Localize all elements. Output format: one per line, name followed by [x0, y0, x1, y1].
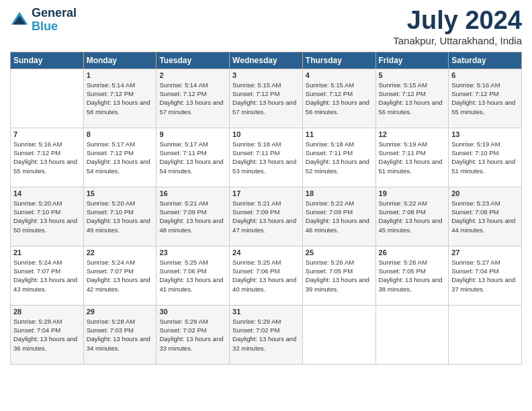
day-number: 31 [232, 308, 300, 316]
day-info: Sunrise: 5:18 AMSunset: 7:11 PMDaylight:… [232, 140, 300, 175]
calendar-week-4: 21Sunrise: 5:24 AMSunset: 7:07 PMDayligh… [11, 246, 522, 305]
day-info: Sunrise: 5:29 AMSunset: 7:02 PMDaylight:… [159, 317, 226, 353]
day-number: 10 [232, 130, 300, 138]
logo-icon [10, 11, 29, 30]
column-header-wednesday: Wednesday [230, 52, 303, 68]
day-info: Sunrise: 5:22 AMSunset: 7:08 PMDaylight:… [379, 199, 446, 234]
calendar-cell: 16Sunrise: 5:21 AMSunset: 7:09 PMDayligh… [157, 187, 230, 246]
day-number: 11 [306, 130, 373, 138]
calendar-cell [302, 305, 375, 364]
calendar-cell: 12Sunrise: 5:19 AMSunset: 7:11 PMDayligh… [375, 128, 449, 187]
calendar-week-1: 1Sunrise: 5:14 AMSunset: 7:12 PMDaylight… [11, 68, 522, 128]
calendar-week-2: 7Sunrise: 5:16 AMSunset: 7:12 PMDaylight… [11, 128, 522, 187]
calendar-cell: 27Sunrise: 5:27 AMSunset: 7:04 PMDayligh… [449, 246, 522, 305]
day-number: 24 [232, 248, 300, 257]
day-number: 3 [232, 71, 300, 79]
calendar-cell: 18Sunrise: 5:22 AMSunset: 7:09 PMDayligh… [302, 187, 375, 246]
calendar-cell: 11Sunrise: 5:18 AMSunset: 7:11 PMDayligh… [302, 128, 375, 187]
day-info: Sunrise: 5:28 AMSunset: 7:03 PMDaylight:… [87, 317, 154, 353]
column-header-saturday: Saturday [449, 52, 522, 68]
page-header: General Blue July 2024 Tanakpur, Uttarak… [10, 7, 522, 46]
day-number: 26 [379, 248, 446, 257]
day-info: Sunrise: 5:20 AMSunset: 7:10 PMDaylight:… [13, 199, 81, 234]
day-info: Sunrise: 5:25 AMSunset: 7:06 PMDaylight:… [232, 258, 300, 293]
day-number: 22 [87, 248, 154, 257]
day-number: 6 [451, 71, 519, 79]
day-info: Sunrise: 5:25 AMSunset: 7:06 PMDaylight:… [159, 258, 226, 293]
day-info: Sunrise: 5:20 AMSunset: 7:10 PMDaylight:… [87, 199, 154, 234]
day-info: Sunrise: 5:29 AMSunset: 7:02 PMDaylight:… [232, 317, 300, 353]
column-header-sunday: Sunday [11, 52, 84, 68]
day-number: 4 [306, 71, 373, 79]
day-info: Sunrise: 5:16 AMSunset: 7:12 PMDaylight:… [13, 140, 81, 175]
calendar-cell: 31Sunrise: 5:29 AMSunset: 7:02 PMDayligh… [230, 305, 303, 364]
month-title: July 2024 [393, 7, 522, 35]
day-number: 12 [379, 130, 446, 138]
day-info: Sunrise: 5:19 AMSunset: 7:11 PMDaylight:… [379, 140, 446, 175]
day-number: 13 [451, 130, 519, 138]
day-info: Sunrise: 5:28 AMSunset: 7:04 PMDaylight:… [13, 317, 81, 353]
day-number: 21 [13, 248, 81, 257]
calendar-cell: 20Sunrise: 5:23 AMSunset: 7:08 PMDayligh… [449, 187, 522, 246]
day-info: Sunrise: 5:15 AMSunset: 7:12 PMDaylight:… [379, 81, 446, 116]
day-number: 9 [159, 130, 226, 138]
column-header-friday: Friday [375, 52, 449, 68]
calendar-cell [375, 305, 449, 364]
day-info: Sunrise: 5:21 AMSunset: 7:09 PMDaylight:… [159, 199, 226, 234]
day-number: 20 [451, 189, 519, 197]
day-info: Sunrise: 5:26 AMSunset: 7:05 PMDaylight:… [379, 258, 446, 293]
day-info: Sunrise: 5:23 AMSunset: 7:08 PMDaylight:… [451, 199, 519, 234]
calendar-header-row: SundayMondayTuesdayWednesdayThursdayFrid… [11, 52, 522, 68]
day-number: 5 [379, 71, 446, 79]
day-info: Sunrise: 5:22 AMSunset: 7:09 PMDaylight:… [306, 199, 373, 234]
day-info: Sunrise: 5:15 AMSunset: 7:12 PMDaylight:… [232, 81, 300, 116]
day-number: 29 [87, 308, 154, 316]
logo-text: General Blue [32, 7, 77, 34]
calendar-cell: 8Sunrise: 5:17 AMSunset: 7:12 PMDaylight… [83, 128, 157, 187]
calendar-cell: 29Sunrise: 5:28 AMSunset: 7:03 PMDayligh… [83, 305, 157, 364]
location: Tanakpur, Uttarakhand, India [393, 35, 522, 46]
calendar-cell: 19Sunrise: 5:22 AMSunset: 7:08 PMDayligh… [375, 187, 449, 246]
day-info: Sunrise: 5:18 AMSunset: 7:11 PMDaylight:… [306, 140, 373, 175]
day-number: 23 [159, 248, 226, 257]
day-number: 15 [87, 189, 154, 197]
day-number: 7 [13, 130, 81, 138]
day-number: 19 [379, 189, 446, 197]
title-block: July 2024 Tanakpur, Uttarakhand, India [393, 7, 522, 46]
day-number: 30 [159, 308, 226, 316]
day-number: 25 [306, 248, 373, 257]
day-info: Sunrise: 5:19 AMSunset: 7:10 PMDaylight:… [451, 140, 519, 175]
column-header-thursday: Thursday [302, 52, 375, 68]
day-number: 28 [13, 308, 81, 316]
day-number: 17 [232, 189, 300, 197]
day-info: Sunrise: 5:27 AMSunset: 7:04 PMDaylight:… [451, 258, 519, 293]
calendar-cell: 13Sunrise: 5:19 AMSunset: 7:10 PMDayligh… [449, 128, 522, 187]
day-number: 16 [159, 189, 226, 197]
calendar-cell: 30Sunrise: 5:29 AMSunset: 7:02 PMDayligh… [157, 305, 230, 364]
calendar-cell: 10Sunrise: 5:18 AMSunset: 7:11 PMDayligh… [230, 128, 303, 187]
day-info: Sunrise: 5:16 AMSunset: 7:12 PMDaylight:… [451, 81, 519, 116]
day-number: 1 [87, 71, 154, 79]
calendar-cell: 17Sunrise: 5:21 AMSunset: 7:09 PMDayligh… [230, 187, 303, 246]
calendar-cell: 3Sunrise: 5:15 AMSunset: 7:12 PMDaylight… [230, 68, 303, 128]
calendar-cell: 24Sunrise: 5:25 AMSunset: 7:06 PMDayligh… [230, 246, 303, 305]
calendar-cell: 21Sunrise: 5:24 AMSunset: 7:07 PMDayligh… [11, 246, 84, 305]
calendar-cell: 25Sunrise: 5:26 AMSunset: 7:05 PMDayligh… [302, 246, 375, 305]
day-number: 18 [306, 189, 373, 197]
logo: General Blue [10, 7, 77, 34]
column-header-monday: Monday [83, 52, 157, 68]
calendar-table: SundayMondayTuesdayWednesdayThursdayFrid… [10, 52, 522, 365]
calendar-cell: 7Sunrise: 5:16 AMSunset: 7:12 PMDaylight… [11, 128, 84, 187]
calendar-cell [449, 305, 522, 364]
calendar-cell: 22Sunrise: 5:24 AMSunset: 7:07 PMDayligh… [83, 246, 157, 305]
day-info: Sunrise: 5:17 AMSunset: 7:11 PMDaylight:… [159, 140, 226, 175]
day-info: Sunrise: 5:21 AMSunset: 7:09 PMDaylight:… [232, 199, 300, 234]
calendar-cell: 14Sunrise: 5:20 AMSunset: 7:10 PMDayligh… [11, 187, 84, 246]
day-number: 27 [451, 248, 519, 257]
calendar-cell: 26Sunrise: 5:26 AMSunset: 7:05 PMDayligh… [375, 246, 449, 305]
day-info: Sunrise: 5:15 AMSunset: 7:12 PMDaylight:… [306, 81, 373, 116]
day-number: 2 [159, 71, 226, 79]
calendar-week-3: 14Sunrise: 5:20 AMSunset: 7:10 PMDayligh… [11, 187, 522, 246]
calendar-cell: 4Sunrise: 5:15 AMSunset: 7:12 PMDaylight… [302, 68, 375, 128]
calendar-cell: 9Sunrise: 5:17 AMSunset: 7:11 PMDaylight… [157, 128, 230, 187]
